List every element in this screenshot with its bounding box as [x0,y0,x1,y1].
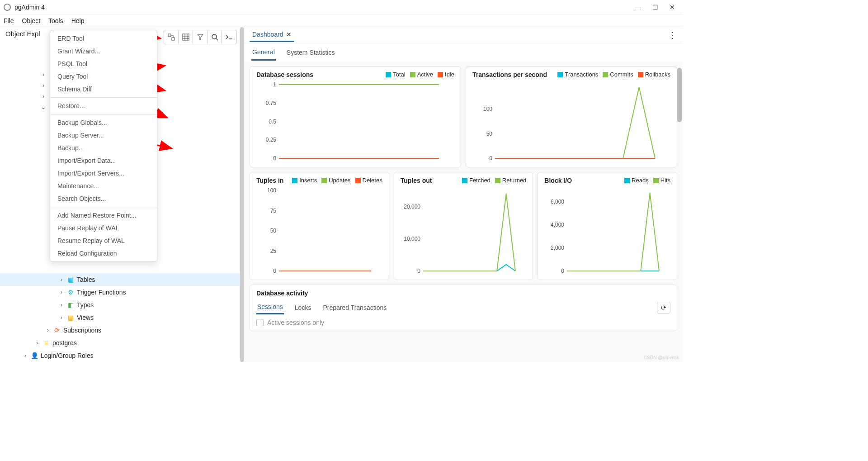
menu-item[interactable]: Query Tool [50,70,157,83]
chevron-right-icon[interactable]: › [34,340,40,346]
maximize-button[interactable]: ☐ [652,4,658,10]
dashboard-subtabs: General System Statistics [244,43,683,62]
svg-text:10,000: 10,000 [404,236,420,242]
svg-text:50: 50 [486,131,493,137]
chevron-down-icon[interactable]: ⌄ [41,104,46,110]
svg-text:25: 25 [270,248,277,254]
legend-item: Transactions [557,71,598,78]
menu-item[interactable]: Pause Replay of WAL [50,222,157,234]
legend-item: Deletes [355,177,382,184]
card-title: Transactions per second [472,71,547,78]
minimize-button[interactable]: — [635,4,641,10]
legend-label: Updates [329,177,350,184]
close-tab-icon[interactable]: ✕ [286,31,292,38]
card-title: Tuples out [401,177,432,184]
chevron-right-icon[interactable]: › [41,71,46,78]
legend-swatch [603,72,608,77]
svg-rect-21 [172,38,175,40]
active-sessions-checkbox[interactable] [256,319,264,326]
tree-row[interactable]: ›⟳Subscriptions [0,324,244,337]
legend: InsertsUpdatesDeletes [292,177,382,184]
menu-file[interactable]: File [4,17,14,24]
chevron-right-icon[interactable]: › [41,93,46,100]
menu-item[interactable]: Import/Export Data... [50,154,157,167]
menu-item[interactable]: PSQL Tool [50,57,157,70]
close-button[interactable]: ✕ [669,4,675,10]
menu-item[interactable]: Search Objects... [50,192,157,205]
svg-text:100: 100 [267,188,276,194]
panel-divider[interactable] [240,27,244,362]
menu-item[interactable]: Grant Wizard... [50,45,157,57]
chevron-right-icon[interactable]: › [23,352,28,359]
card-title: Tuples in [256,177,283,184]
menu-help[interactable]: Help [71,17,85,24]
grid-icon[interactable] [179,30,193,44]
svg-text:1: 1 [273,82,276,88]
svg-text:0: 0 [273,268,276,274]
tree-item-icon: ◧ [67,301,74,309]
legend-swatch [292,178,297,183]
menu-item[interactable]: Resume Replay of WAL [50,234,157,247]
tree-row[interactable]: ›▤Views [0,311,244,324]
menu-item[interactable]: Backup Globals... [50,116,157,129]
refresh-button[interactable]: ⟳ [657,302,670,314]
legend-swatch [355,178,361,183]
legend-label: Inserts [299,177,317,184]
activity-tab-prepared[interactable]: Prepared Transactions [322,301,387,314]
legend-swatch [438,72,443,77]
card-transactions-per-second: Transactions per second TransactionsComm… [466,66,677,167]
legend-swatch [321,178,327,183]
chevron-right-icon[interactable]: › [59,302,64,308]
menu-item[interactable]: Schema Diff [50,83,157,95]
menu-item[interactable]: Backup Server... [50,129,157,142]
chevron-right-icon[interactable]: › [41,82,46,89]
scrollbar[interactable] [677,68,682,122]
watermark: CSDN @simensk [644,355,679,360]
filter-icon[interactable] [193,30,208,44]
tree-row[interactable]: ›⚙Trigger Functions [0,286,244,299]
menu-object[interactable]: Object [22,17,40,24]
menu-item[interactable]: ERD Tool [50,32,157,45]
menu-item[interactable]: Restore... [50,100,157,112]
chevron-right-icon[interactable]: › [59,289,64,295]
chevron-right-icon[interactable]: › [59,276,64,283]
legend-item: Active [410,71,433,78]
menu-item[interactable]: Maintenance... [50,180,157,192]
menu-item[interactable]: Backup... [50,142,157,154]
search-icon[interactable] [208,30,222,44]
tree-item-icon: ▤ [67,314,74,321]
menu-tools[interactable]: Tools [48,17,63,24]
activity-tab-locks[interactable]: Locks [294,301,312,314]
psql-terminal-icon[interactable] [222,30,236,44]
tree-row[interactable]: ›👤Login/Group Roles [0,349,244,362]
erd-tool-icon[interactable] [164,30,179,44]
legend-item: Commits [603,71,633,78]
activity-tab-sessions[interactable]: Sessions [256,300,284,314]
legend-item: Hits [653,177,670,184]
legend-label: Total [393,71,405,78]
subtab-general[interactable]: General [251,45,276,61]
menu-item[interactable]: Add Named Restore Point... [50,209,157,222]
chevron-right-icon[interactable]: › [45,327,51,333]
menu-item[interactable]: Import/Export Servers... [50,167,157,180]
tree-item-icon: ▦ [67,276,74,283]
card-block-io: Block I/O ReadsHits 02,0004,0006,000 [538,172,677,280]
tab-dashboard[interactable]: Dashboard ✕ [250,28,294,42]
legend: TransactionsCommitsRollbacks [557,71,670,78]
main-panel: Dashboard ✕ ⋮ General System Statistics … [244,27,683,362]
separator [50,207,157,207]
legend-label: Active [417,71,433,78]
menu-item[interactable]: Reload Configuration [50,247,157,260]
tree-collapsed-rows: › › › ⌄ [41,71,46,110]
tab-overflow-icon[interactable]: ⋮ [668,30,677,40]
chevron-right-icon[interactable]: › [59,314,64,321]
tree-item-label: Trigger Functions [77,289,126,296]
legend-label: Idle [445,71,454,78]
menubar: File Object Tools Help [0,14,683,27]
legend: FetchedReturned [462,177,526,184]
tree-row[interactable]: ›▦Tables [0,273,244,286]
svg-rect-22 [183,34,189,40]
tree-row[interactable]: ›◧Types [0,299,244,311]
tree-row[interactable]: ›≡postgres [0,337,244,349]
subtab-system-statistics[interactable]: System Statistics [286,45,336,60]
